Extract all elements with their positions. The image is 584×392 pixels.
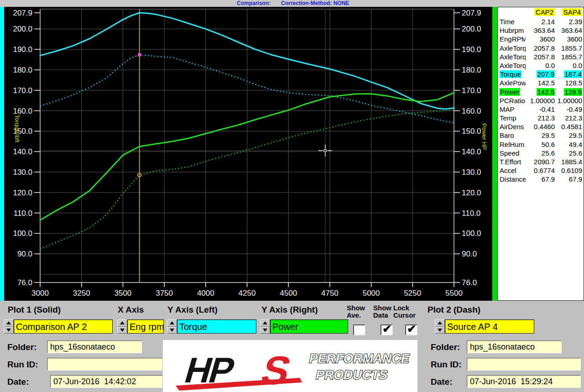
right-tick-label: 150.0: [462, 127, 481, 136]
plot1-spinner: [4, 319, 14, 334]
x-tick-label: 5250: [404, 289, 421, 298]
control-panel: Plot 1 (Solid) X Axis Y Axis (Left) Y Ax…: [0, 301, 584, 392]
lock-cursor-checkbox[interactable]: ✔: [405, 324, 417, 335]
table-row: AirDens0.44600.4581: [500, 123, 582, 131]
plot1-select[interactable]: Comparison AP 2: [14, 319, 113, 334]
table-row: PCRatio1.000001.00000: [500, 97, 582, 105]
table-row: AxleTorqN2057.81855.7: [500, 53, 582, 62]
left-tick-label: 90.0: [17, 250, 32, 258]
right-tick-label: 207.9: [462, 9, 481, 17]
left-tick-label: 207.9: [13, 9, 32, 17]
logo-performance-text: PERFORMANCE: [308, 351, 411, 366]
plot1-spinner-up-button[interactable]: [4, 319, 14, 327]
plot1-spinner-down-button[interactable]: [4, 327, 14, 334]
left-tick-label: 130.0: [13, 168, 32, 177]
left-tick-label: 160.0: [13, 107, 32, 115]
table-row: Distance67.967.9: [500, 175, 582, 184]
right-tick-label: 130.0: [462, 168, 481, 177]
x-tick-label: 3500: [114, 289, 131, 298]
right-axis-color-bar: [492, 7, 497, 301]
check-icon: ✔: [382, 323, 391, 335]
right-tick-label: 170.0: [462, 86, 481, 95]
chart-area: 207.9207.9200.0200.0190.0190.0180.0180.0…: [0, 7, 497, 301]
runid-label-left: Run ID:: [7, 360, 38, 370]
arrow-up-icon: [120, 321, 125, 324]
cursor-marker-square: [138, 53, 141, 56]
table-header-row: CAP2SAP4: [500, 8, 582, 18]
yleft-spinner: [167, 319, 177, 334]
x-tick-label: 3000: [31, 289, 49, 298]
x-tick-label: 4750: [321, 289, 339, 298]
left-tick-label: 100.0: [13, 229, 32, 238]
logo-s-text: S: [256, 348, 296, 392]
table-row: T.Effort2090.71885.4: [500, 158, 582, 167]
left-tick-label: 120.0: [13, 188, 32, 197]
right-tick-label: 76.0: [462, 278, 477, 287]
arrow-down-icon: [438, 329, 442, 332]
plot1-label: Plot 1 (Solid): [8, 305, 61, 315]
logo-products-text: PRODUCTS: [314, 367, 389, 382]
left-axis-title: Torque lbft: [14, 115, 21, 142]
left-tick-label: 170.0: [13, 86, 32, 95]
date-input-left[interactable]: 07-Jun-2016 14:42:02: [50, 375, 162, 388]
show-data-label: ShowData: [373, 304, 391, 319]
plot2-label: Plot 2 (Dash): [428, 305, 480, 315]
arrow-down-icon: [263, 329, 267, 332]
folder-label-left: Folder:: [7, 342, 36, 352]
plot2-select[interactable]: Source AP 4: [445, 319, 534, 334]
folder-input-left[interactable]: hps_16sonataeco: [47, 340, 142, 353]
arrow-up-icon: [263, 321, 267, 324]
runid-input-right[interactable]: [467, 358, 581, 371]
yright-spinner: [260, 319, 270, 334]
arrow-up-icon: [438, 321, 442, 324]
yleft-spinner-up-button[interactable]: [167, 319, 177, 327]
yleft-spinner-down-button[interactable]: [167, 327, 177, 334]
yright-select[interactable]: Power: [270, 319, 348, 334]
right-tick-label: 190.0: [462, 45, 481, 54]
show-ave-checkbox[interactable]: [353, 324, 365, 335]
arrow-up-icon: [6, 321, 11, 324]
show-ave-label: ShowAve.: [347, 304, 365, 319]
correction-method-title: Correction-Method: NONE: [281, 0, 349, 6]
table-column-header: CAP2: [534, 8, 555, 16]
right-tick-label: 160.0: [462, 107, 481, 115]
right-tick-label: 200.0: [462, 25, 481, 33]
hps-logo-graphic: HP S PERFORMANCE PRODUCTS: [163, 340, 417, 392]
xaxis-select[interactable]: Eng rpm: [127, 319, 164, 334]
date-label-left: Date:: [7, 377, 29, 387]
right-tick-label: 110.0: [462, 209, 480, 218]
yright-spinner-down-button[interactable]: [260, 327, 270, 334]
dyno-plot[interactable]: 207.9207.9200.0200.0190.0190.0180.0180.0…: [4, 7, 492, 301]
lock-cursor-label: LockCursor: [393, 304, 416, 319]
plot2-spinner-up-button[interactable]: [435, 319, 445, 327]
xaxis-label: X Axis: [118, 305, 144, 315]
xaxis-spinner: [117, 319, 127, 334]
date-input-right[interactable]: 07-Jun-2016 15:29:24: [467, 375, 581, 388]
x-tick-label: 3750: [156, 289, 173, 298]
yright-spinner-up-button[interactable]: [260, 319, 270, 327]
yleft-select[interactable]: Torque: [177, 319, 256, 334]
data-table: CAP2SAP4Time2.142.39Hubrpm363.64363.64En…: [497, 7, 584, 301]
xaxis-spinner-up-button[interactable]: [117, 319, 127, 327]
arrow-down-icon: [170, 329, 174, 332]
left-tick-label: 76.0: [17, 278, 32, 287]
table-row: Time2.142.39: [500, 18, 582, 26]
right-tick-label: 120.0: [462, 188, 481, 197]
runid-input-left[interactable]: [47, 358, 162, 371]
table-row: Baro29.529.5: [500, 131, 582, 140]
date-label-right: Date:: [431, 377, 453, 387]
table-row: Accel0.67740.6109: [500, 167, 582, 175]
right-tick-label: 100.0: [462, 229, 481, 238]
xaxis-spinner-down-button[interactable]: [117, 327, 127, 334]
plot2-spinner-down-button[interactable]: [435, 327, 445, 334]
right-tick-label: 180.0: [462, 66, 481, 74]
show-data-checkbox[interactable]: ✔: [381, 324, 393, 335]
runid-label-right: Run ID:: [431, 360, 462, 370]
left-tick-label: 200.0: [13, 25, 32, 33]
comparison-title: Comparison:: [237, 0, 271, 6]
table-row: Power142.5128.5: [500, 88, 582, 97]
yright-label: Y Axis (Right): [261, 305, 318, 315]
left-tick-label: 180.0: [13, 66, 32, 74]
folder-input-right[interactable]: hps_16sonataeco: [467, 340, 562, 353]
left-tick-label: 110.0: [14, 209, 32, 218]
